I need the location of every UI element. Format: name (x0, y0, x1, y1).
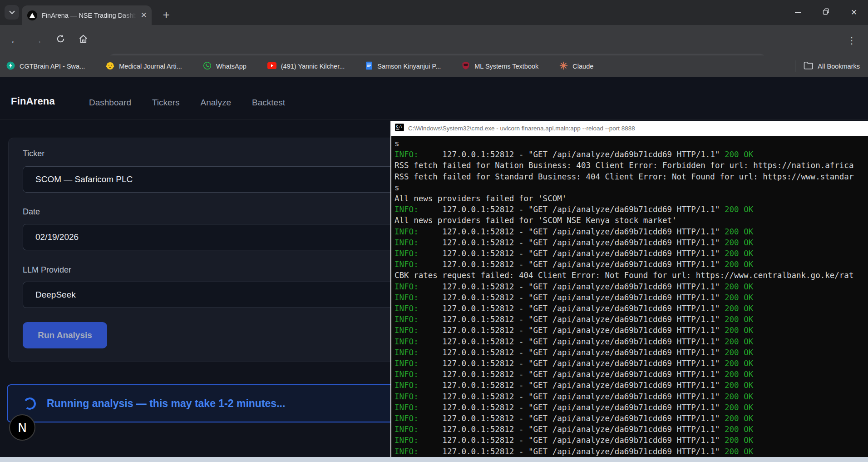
bookmark-item[interactable]: (491) Yannic Kilcher... (267, 62, 345, 71)
terminal-log-line: All news providers failed for 'SCOM' (395, 193, 868, 204)
window-controls: ✕ (784, 0, 868, 25)
claude-icon (559, 61, 568, 72)
youtube-icon (267, 62, 276, 71)
bookmark-item[interactable]: ML Systems Textbook (462, 61, 538, 72)
terminal-log-line: INFO: 127.0.0.1:52812 - "GET /api/analyz… (395, 424, 868, 435)
back-button[interactable]: ← (5, 31, 25, 50)
terminal-log-line: CBK rates request failed: 404 Client Err… (395, 270, 868, 281)
site-favicon-icon (27, 10, 37, 20)
new-tab-button[interactable]: + (158, 6, 174, 23)
terminal-output: sINFO: 127.0.0.1:52812 - "GET /api/analy… (391, 136, 868, 457)
terminal-log-line: INFO: 127.0.0.1:52812 - "GET /api/analyz… (395, 281, 868, 292)
bookmark-item[interactable]: WhatsApp (203, 61, 247, 72)
terminal-log-line: INFO: 127.0.0.1:52812 - "GET /api/analyz… (395, 336, 868, 347)
ticker-label: Ticker (23, 149, 44, 159)
window-restore-button[interactable] (812, 0, 840, 25)
terminal-log-line: All news providers failed for 'SCOM NSE … (395, 215, 868, 226)
llm-provider-value: DeepSeek (35, 290, 76, 300)
bookmark-label: Claude (572, 63, 593, 70)
terminal-log-line: INFO: 127.0.0.1:52812 - "GET /api/analyz… (395, 369, 868, 380)
browser-menu-button[interactable]: ⋮ (843, 25, 861, 55)
tab-title: FinArena — NSE Trading Dashb (42, 12, 138, 19)
terminal-log-line: INFO: 127.0.0.1:52812 - "GET /api/analyz… (395, 292, 868, 303)
whatsapp-icon (203, 61, 212, 72)
terminal-log-line: INFO: 127.0.0.1:52812 - "GET /api/analyz… (395, 303, 868, 314)
emoji-face-icon (106, 61, 114, 72)
browser-tab[interactable]: FinArena — NSE Trading Dashb ✕ (22, 5, 152, 25)
terminal-log-line: INFO: 127.0.0.1:52812 - "GET /api/analyz… (395, 347, 868, 358)
brand-logo[interactable]: FinArena (11, 95, 55, 107)
forward-button[interactable]: → (28, 31, 47, 50)
terminal-log-line: INFO: 127.0.0.1:52812 - "GET /api/analyz… (395, 435, 868, 446)
ticker-value: SCOM — Safaricom PLC (35, 174, 133, 184)
terminal-log-line: INFO: 127.0.0.1:52812 - "GET /api/analyz… (395, 237, 868, 248)
browser-toolbar: ← → localhost:3002/analyze (0, 25, 868, 55)
terminal-log-line: INFO: 127.0.0.1:52812 - "GET /api/analyz… (395, 325, 868, 336)
bookmark-item[interactable]: Samson Kinyanjui P... (365, 61, 441, 72)
bookmark-item[interactable]: Medical Journal Arti... (106, 61, 182, 72)
bookmark-item[interactable]: CGTBrain API - Swa... (6, 61, 85, 72)
bookmark-label: CGTBrain API - Swa... (20, 63, 85, 70)
nav-link-tickers[interactable]: Tickers (152, 98, 180, 108)
reload-button[interactable] (51, 31, 70, 50)
bookmark-label: (491) Yannic Kilcher... (281, 63, 345, 70)
nextjs-badge-letter: N (18, 421, 27, 435)
minimize-icon (795, 12, 801, 13)
terminal-log-line: INFO: 127.0.0.1:52812 - "GET /api/analyz… (395, 248, 868, 259)
date-value: 02/19/2026 (35, 232, 79, 242)
window-minimize-button[interactable] (784, 0, 812, 25)
tab-search-button[interactable] (5, 5, 19, 20)
restore-icon (823, 8, 829, 17)
browser-window: FinArena — NSE Trading Dashb ✕ + ✕ ← → (0, 0, 868, 462)
home-icon (79, 34, 88, 46)
window-close-button[interactable]: ✕ (840, 0, 868, 25)
status-message: Running analysis — this may take 1-2 min… (47, 397, 285, 410)
llm-provider-label: LLM Provider (23, 265, 71, 275)
terminal-log-line: INFO: 127.0.0.1:52812 - "GET /api/analyz… (395, 226, 868, 237)
terminal-log-line: INFO: 127.0.0.1:52812 - "GET /api/analyz… (395, 149, 868, 160)
run-analysis-label: Run Analysis (38, 330, 92, 340)
nav-link-dashboard[interactable]: Dashboard (89, 98, 131, 108)
home-button[interactable] (74, 31, 93, 50)
bookmark-label: Medical Journal Arti... (119, 63, 182, 70)
nav-link-backtest[interactable]: Backtest (252, 98, 285, 108)
run-analysis-button[interactable]: Run Analysis (23, 322, 107, 348)
bookmarks-bar: CGTBrain API - Swa...Medical Journal Art… (0, 55, 868, 77)
bookmark-item[interactable]: Claude (559, 61, 593, 72)
date-label: Date (23, 207, 40, 217)
terminal-log-line: INFO: 127.0.0.1:52812 - "GET /api/analyz… (395, 204, 868, 215)
lightning-icon (6, 61, 15, 72)
nav-divider (0, 119, 868, 120)
cmd-terminal-window: C:\ C:\Windows\System32\cmd.exe - uvicor… (390, 121, 868, 457)
terminal-log-line: RSS fetch failed for Standard Business: … (395, 171, 868, 182)
terminal-log-line: s (395, 182, 868, 193)
tab-close-icon[interactable]: ✕ (141, 11, 147, 19)
loading-spinner-icon (23, 396, 37, 410)
terminal-log-line: INFO: 127.0.0.1:52812 - "GET /api/analyz… (395, 358, 868, 369)
shield-crest-icon (462, 61, 470, 72)
terminal-log-line: INFO: 127.0.0.1:52812 - "GET /api/analyz… (395, 402, 868, 413)
nav-link-analyze[interactable]: Analyze (200, 98, 231, 108)
cmd-icon: C:\ (395, 124, 404, 133)
nextjs-dev-badge[interactable]: N (9, 414, 35, 441)
terminal-title: C:\Windows\System32\cmd.exe - uvicorn fi… (408, 125, 635, 132)
folder-icon (804, 61, 813, 71)
terminal-log-line: RSS fetch failed for Nation Business: 40… (395, 160, 868, 171)
tab-strip: FinArena — NSE Trading Dashb ✕ + ✕ (0, 0, 868, 25)
terminal-log-line: INFO: 127.0.0.1:52812 - "GET /api/analyz… (395, 314, 868, 325)
site-nav: DashboardTickersAnalyzeBacktest (89, 98, 285, 108)
all-bookmarks-label: All Bookmarks (818, 63, 860, 70)
terminal-log-line: INFO: 127.0.0.1:52812 - "GET /api/analyz… (395, 413, 868, 424)
close-icon: ✕ (851, 8, 857, 17)
svg-text:C:\: C:\ (396, 124, 403, 129)
terminal-log-line: INFO: 127.0.0.1:52812 - "GET /api/analyz… (395, 446, 868, 457)
taskbar-edge (0, 457, 868, 462)
bookmarks-divider (795, 60, 795, 72)
reload-icon (56, 34, 65, 46)
chevron-down-icon (9, 8, 15, 16)
terminal-titlebar[interactable]: C:\ C:\Windows\System32\cmd.exe - uvicor… (391, 121, 868, 136)
terminal-log-line: s (395, 138, 868, 149)
terminal-log-line: INFO: 127.0.0.1:52812 - "GET /api/analyz… (395, 391, 868, 402)
bookmark-label: Samson Kinyanjui P... (377, 63, 441, 70)
all-bookmarks-button[interactable]: All Bookmarks (804, 61, 860, 71)
